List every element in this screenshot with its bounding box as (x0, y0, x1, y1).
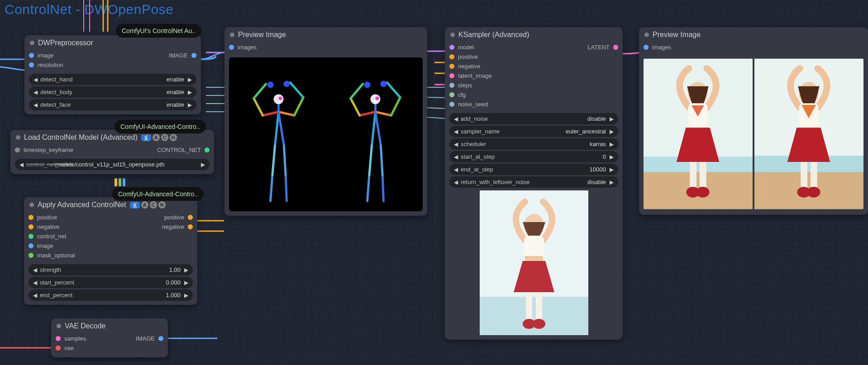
widget-scheduler[interactable]: ◀schedulerkarras▶ (449, 138, 618, 150)
chevron-right-icon[interactable]: ▶ (610, 167, 614, 172)
port-image[interactable] (29, 53, 34, 58)
node-title: KSampler (Advanced) (458, 31, 529, 39)
port-mask-in[interactable] (29, 253, 33, 258)
chevron-right-icon[interactable]: ▶ (610, 129, 614, 134)
widget-end-at-step[interactable]: ◀end_at_step10000▶ (449, 164, 618, 175)
acn-badge: 🕺 A C N (130, 201, 166, 209)
widget-detect-face[interactable]: ◀detect_faceenable▶ (29, 99, 196, 110)
chevron-right-icon[interactable]: ▶ (610, 142, 614, 147)
svg-rect-27 (700, 162, 706, 188)
node-dwpreprocessor[interactable]: DWPreprocessor image IMAGE resolution ◀d… (24, 35, 201, 114)
svg-point-8 (375, 96, 379, 100)
port-model[interactable] (449, 45, 454, 50)
port-vae[interactable] (56, 346, 61, 351)
port-negative[interactable] (449, 64, 454, 69)
ksampler-preview-image (480, 190, 588, 335)
chevron-left-icon[interactable]: ◀ (33, 267, 37, 273)
svg-rect-35 (801, 162, 807, 188)
port-image-out[interactable] (158, 336, 163, 341)
collapse-dot[interactable] (16, 135, 20, 140)
node-vae-decode[interactable]: VAE Decode samplesIMAGE vae (51, 318, 168, 357)
widget-start-percent[interactable]: ◀start_percent0.000▶ (29, 277, 193, 288)
widget-strength[interactable]: ◀strength1.00▶ (29, 264, 193, 275)
port-latent-out[interactable] (613, 45, 618, 50)
port-steps[interactable] (449, 83, 454, 88)
node-load-controlnet[interactable]: Load ControlNet Model (Advanced) 🕺 A C N… (10, 130, 214, 174)
widget-start-at-step[interactable]: ◀start_at_step0▶ (449, 151, 618, 162)
widget-detect-hand[interactable]: ◀detect_handenable▶ (29, 74, 196, 85)
port-timestep-keyframe[interactable] (15, 147, 20, 152)
chevron-left-icon[interactable]: ◀ (33, 293, 37, 298)
collapse-dot[interactable] (29, 203, 34, 207)
chevron-right-icon[interactable]: ▶ (201, 162, 205, 167)
node-title: Load ControlNet Model (Advanced) (24, 133, 138, 142)
chevron-right-icon[interactable]: ▶ (188, 77, 192, 82)
chevron-left-icon[interactable]: ◀ (454, 116, 458, 122)
svg-rect-18 (480, 190, 588, 335)
node-ksampler[interactable]: KSampler (Advanced) modelLATENT positive… (445, 27, 623, 340)
port-positive-in[interactable] (29, 215, 33, 220)
node-title: VAE Decode (65, 322, 105, 330)
widget-controlnet-name[interactable]: ◀control_net_namemodels/control_v11p_sd1… (15, 159, 210, 170)
port-noise-seed[interactable] (449, 102, 454, 107)
widget-add-noise[interactable]: ◀add_noisedisable▶ (449, 113, 618, 124)
port-controlnet-in[interactable] (29, 234, 33, 239)
chevron-right-icon[interactable]: ▶ (610, 116, 614, 122)
chevron-left-icon[interactable]: ◀ (454, 142, 458, 147)
chevron-right-icon[interactable]: ▶ (610, 154, 614, 160)
node-title: DWPreprocessor (38, 39, 93, 47)
port-images[interactable] (229, 45, 234, 50)
collapse-dot[interactable] (57, 324, 61, 328)
chevron-right-icon[interactable]: ▶ (188, 102, 192, 108)
chevron-left-icon[interactable]: ◀ (454, 129, 458, 134)
node-preview-result[interactable]: Preview Image images (639, 27, 868, 215)
chevron-right-icon[interactable]: ▶ (184, 280, 188, 285)
chevron-left-icon[interactable]: ◀ (454, 154, 458, 160)
svg-point-3 (274, 94, 284, 104)
port-positive[interactable] (449, 54, 454, 59)
port-images[interactable] (644, 45, 649, 50)
minimap-bars (114, 178, 125, 186)
tag-advanced-controlnet-b: ComfyUI-Advanced-Contro.. (112, 187, 204, 201)
port-cfg[interactable] (449, 92, 454, 97)
tag-advanced-controlnet-a: ComfyUI-Advanced-Contro.. (114, 120, 206, 133)
collapse-dot[interactable] (644, 33, 649, 37)
pose-preview-image (229, 57, 423, 211)
result-image-1 (644, 57, 753, 210)
chevron-left-icon[interactable]: ◀ (33, 102, 38, 108)
node-apply-controlnet[interactable]: Apply Advanced ControlNet 🕺 A C N positi… (24, 197, 197, 305)
widget-detect-body[interactable]: ◀detect_bodyenable▶ (29, 86, 196, 98)
group-title: ControlNet - DWOpenPose (5, 2, 173, 17)
node-title: Preview Image (238, 31, 286, 39)
widget-end-percent[interactable]: ◀end_percent1.000▶ (29, 289, 193, 301)
collapse-dot[interactable] (230, 33, 234, 37)
chevron-right-icon[interactable]: ▶ (184, 267, 188, 273)
port-resolution[interactable] (29, 62, 34, 67)
port-positive-out[interactable] (188, 215, 193, 220)
chevron-left-icon[interactable]: ◀ (19, 162, 24, 167)
port-negative-out[interactable] (188, 224, 193, 229)
port-image-out[interactable] (191, 53, 196, 58)
port-image-in[interactable] (29, 243, 33, 248)
chevron-left-icon[interactable]: ◀ (454, 167, 458, 172)
chevron-right-icon[interactable]: ▶ (188, 90, 192, 95)
node-preview-pose[interactable]: Preview Image images (224, 27, 427, 216)
svg-rect-36 (811, 162, 817, 188)
port-controlnet-out[interactable] (205, 147, 210, 152)
chevron-right-icon[interactable]: ▶ (610, 180, 614, 185)
collapse-dot[interactable] (450, 33, 455, 37)
port-negative-in[interactable] (29, 224, 33, 229)
chevron-right-icon[interactable]: ▶ (184, 293, 188, 298)
svg-point-6 (380, 81, 386, 87)
port-latent-image[interactable] (449, 73, 454, 78)
widget-return-leftover[interactable]: ◀return_with_leftover_noisedisable▶ (449, 176, 618, 188)
svg-point-5 (364, 82, 371, 88)
chevron-left-icon[interactable]: ◀ (33, 77, 38, 82)
collapse-dot[interactable] (30, 41, 34, 45)
chevron-left-icon[interactable]: ◀ (33, 90, 38, 95)
chevron-left-icon[interactable]: ◀ (33, 280, 37, 285)
chevron-left-icon[interactable]: ◀ (454, 180, 458, 185)
port-samples[interactable] (56, 336, 61, 341)
widget-sampler-name[interactable]: ◀sampler_nameeuler_ancestral▶ (449, 126, 618, 137)
svg-point-7 (371, 94, 381, 104)
